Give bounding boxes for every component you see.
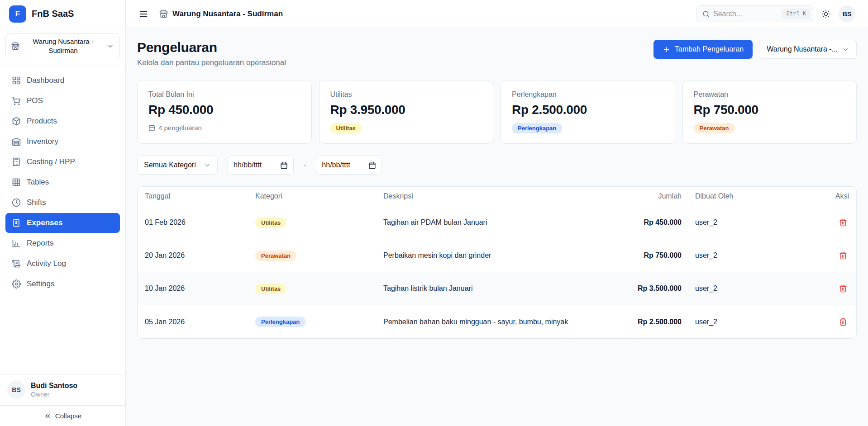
warehouse-icon (12, 137, 21, 146)
cell-description: Tagihan listrik bulan Januari (383, 284, 623, 293)
sidebar-item-label: Expenses (27, 218, 62, 227)
page-actions: Tambah Pengeluaran Warung Nusantara -... (653, 40, 857, 59)
search-shortcut: Ctrl K (782, 9, 810, 19)
cell-actions (826, 283, 849, 294)
trash-icon (839, 251, 847, 260)
search-input[interactable] (713, 10, 779, 18)
cell-date: 20 Jan 2026 (145, 251, 255, 260)
category-filter-value: Semua Kategori (144, 161, 196, 169)
store-selector[interactable]: Warung Nusantara - Sudirman (5, 33, 120, 59)
calendar-icon[interactable] (280, 161, 288, 169)
table-row: 10 Jan 2026 Utilitas Tagihan listrik bul… (138, 272, 856, 305)
date-to-placeholder: hh/bb/tttt (322, 161, 350, 169)
category-badge: Utilitas (255, 284, 286, 294)
sun-icon (821, 9, 830, 19)
delete-expense-button[interactable] (837, 316, 849, 328)
sidebar-item-shifts[interactable]: Shifts (5, 193, 120, 213)
search-box[interactable]: Ctrl K (696, 5, 813, 22)
expenses-table: Tanggal Kategori Deskripsi Jumlah Dibuat… (137, 186, 857, 339)
app-name: FnB SaaS (32, 9, 74, 19)
table-icon (12, 178, 21, 187)
column-header-date: Tanggal (145, 192, 255, 200)
sidebar-item-costing[interactable]: Costing / HPP (5, 152, 120, 172)
delete-expense-button[interactable] (837, 250, 849, 261)
calendar-icon[interactable] (368, 161, 376, 169)
sidebar-user[interactable]: BS Budi Santoso Owner (0, 374, 125, 405)
page-title: Pengeluaran (137, 40, 286, 55)
cell-created-by: user_2 (682, 284, 826, 293)
collapse-sidebar-button[interactable]: Collapse (0, 405, 125, 426)
store-dropdown-label: Warung Nusantara -... (767, 45, 838, 53)
category-badge: Perlengkapan (255, 317, 305, 327)
column-header-description: Deskripsi (383, 192, 623, 200)
menu-icon[interactable] (138, 9, 148, 19)
bar-chart-icon (12, 239, 21, 248)
chevrons-left-icon (44, 412, 51, 420)
page-titles: Pengeluaran Kelola dan pantau pengeluara… (137, 40, 286, 67)
user-info: Budi Santoso Owner (31, 382, 77, 398)
column-header-category: Kategori (255, 192, 383, 200)
store-icon (11, 42, 19, 50)
card-meta: 4 pengeluaran (148, 124, 300, 132)
cell-category: Utilitas (255, 218, 383, 228)
sidebar-item-dashboard[interactable]: Dashboard (5, 71, 120, 90)
store-selector-section: Warung Nusantara - Sudirman (0, 28, 125, 65)
page-subtitle: Kelola dan pantau pengeluaran operasiona… (137, 58, 286, 67)
sidebar-item-label: Shifts (27, 198, 46, 207)
shopping-cart-icon (12, 96, 21, 105)
sidebar-item-activity-log[interactable]: Activity Log (5, 254, 120, 274)
card-label: Perawatan (694, 90, 846, 99)
category-badge: Perlengkapan (512, 123, 562, 133)
sidebar-item-inventory[interactable]: Inventory (5, 132, 120, 151)
cell-amount: Rp 450.000 (623, 218, 682, 227)
cell-category: Utilitas (255, 284, 383, 294)
sidebar-item-expenses[interactable]: Expenses (5, 213, 120, 233)
sidebar-item-label: Reports (27, 239, 54, 248)
topbar-store: Warung Nusantara - Sudirman (159, 9, 283, 19)
scroll-icon (12, 259, 21, 268)
sidebar-nav: Dashboard POS Products Inventory Costing… (0, 65, 125, 300)
topbar-avatar[interactable]: BS (839, 5, 855, 22)
clock-icon (12, 198, 21, 207)
plus-icon (663, 46, 670, 53)
sidebar-item-label: Inventory (27, 137, 58, 146)
cell-description: Tagihan air PDAM bulan Januari (383, 218, 623, 227)
sidebar-item-products[interactable]: Products (5, 111, 120, 131)
calculator-icon (12, 157, 21, 166)
sidebar-item-tables[interactable]: Tables (5, 172, 120, 192)
delete-expense-button[interactable] (837, 217, 849, 228)
topbar-store-name: Warung Nusantara - Sudirman (172, 9, 283, 19)
column-header-actions: Aksi (826, 192, 849, 200)
sidebar-item-label: Products (27, 117, 57, 126)
chevron-down-icon (842, 46, 849, 53)
column-header-amount: Jumlah (623, 192, 682, 200)
add-expense-button[interactable]: Tambah Pengeluaran (653, 40, 753, 59)
app-logo-row: F FnB SaaS (0, 0, 125, 28)
user-role: Owner (31, 391, 77, 398)
theme-toggle-button[interactable] (820, 8, 832, 20)
cell-amount: Rp 750.000 (623, 251, 682, 260)
user-name: Budi Santoso (31, 382, 77, 390)
delete-expense-button[interactable] (837, 283, 849, 294)
table-row: 01 Feb 2026 Utilitas Tagihan air PDAM bu… (138, 206, 856, 239)
category-filter-select[interactable]: Semua Kategori (137, 156, 218, 175)
card-maintenance: Perawatan Rp 750.000 Perawatan (682, 80, 857, 144)
cell-date: 10 Jan 2026 (145, 284, 255, 293)
page-content: Pengeluaran Kelola dan pantau pengeluara… (126, 28, 868, 426)
trash-icon (839, 318, 847, 326)
date-to-input[interactable]: hh/bb/tttt (316, 156, 382, 175)
date-from-input[interactable]: hh/bb/tttt (228, 156, 294, 175)
table-header-row: Tanggal Kategori Deskripsi Jumlah Dibuat… (138, 187, 856, 206)
card-total-month: Total Bulan Ini Rp 450.000 4 pengeluaran (137, 80, 312, 144)
cell-description: Perbaikan mesin kopi dan grinder (383, 251, 623, 260)
sidebar-item-pos[interactable]: POS (5, 91, 120, 111)
page-header: Pengeluaran Kelola dan pantau pengeluara… (137, 40, 857, 67)
chevron-down-icon (107, 43, 114, 50)
main-area: Warung Nusantara - Sudirman Ctrl K BS (126, 0, 868, 426)
sidebar-item-label: Activity Log (27, 259, 66, 268)
sidebar: F FnB SaaS Warung Nusantara - Sudirman D… (0, 0, 126, 426)
sidebar-item-settings[interactable]: Settings (5, 274, 120, 294)
sidebar-item-reports[interactable]: Reports (5, 233, 120, 253)
sidebar-item-label: Costing / HPP (27, 157, 75, 166)
store-dropdown[interactable]: Warung Nusantara -... (759, 40, 857, 59)
